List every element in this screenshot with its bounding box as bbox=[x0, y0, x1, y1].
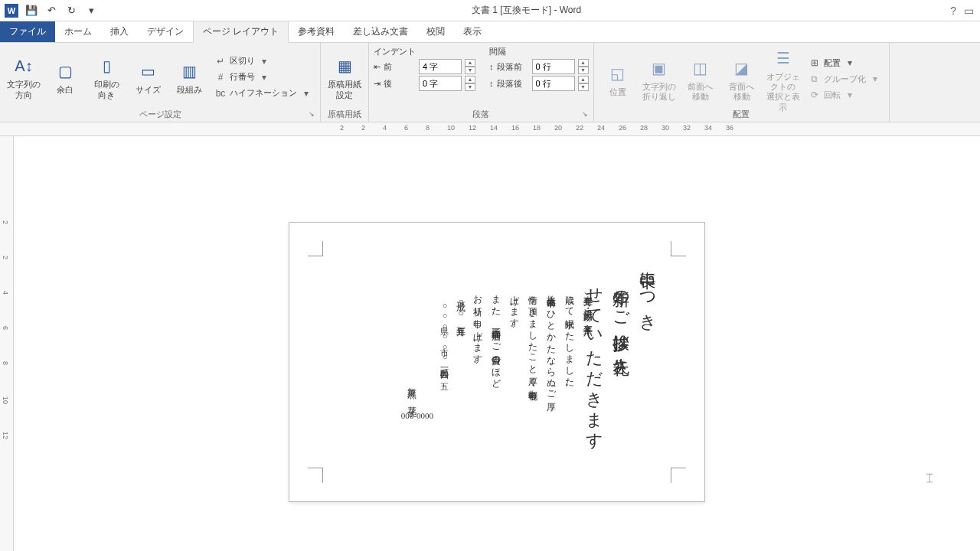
send-backward-icon: ◪ bbox=[730, 56, 754, 80]
ruler-v-tick: 4 bbox=[2, 291, 9, 295]
tab-design[interactable]: デザイン bbox=[138, 21, 193, 42]
ruler-h-tick: 34 bbox=[704, 124, 712, 132]
space-before-input[interactable] bbox=[532, 59, 575, 74]
space-before-down[interactable]: ▼ bbox=[578, 67, 589, 74]
ruler-h-tick: 36 bbox=[726, 124, 733, 132]
text-direction-button[interactable]: A↕ 文字列の 方向 bbox=[5, 46, 43, 108]
ruler-vertical[interactable]: 224681012 bbox=[0, 136, 14, 551]
indent-left-down[interactable]: ▼ bbox=[465, 67, 475, 74]
indent-right-up[interactable]: ▲ bbox=[465, 76, 475, 83]
wrap-text-button[interactable]: ▣ 文字列の 折り返し bbox=[640, 46, 678, 112]
qat-customize-icon[interactable]: ▾ bbox=[84, 4, 98, 18]
ruler-v-tick: 12 bbox=[2, 432, 9, 439]
indent-left-up[interactable]: ▲ bbox=[465, 59, 475, 67]
position-icon: ◱ bbox=[606, 61, 630, 86]
orientation-button[interactable]: ▯ 印刷の 向き bbox=[87, 46, 126, 108]
title-bar: W 💾 ↶ ↻ ▾ 文書 1 [互換モード] - Word ? ▭ bbox=[0, 0, 980, 21]
date-text[interactable]: 平成○○年五月 bbox=[454, 295, 467, 321]
manuscript-button[interactable]: ▦ 原稿用紙 設定 bbox=[325, 46, 364, 108]
bring-forward-button[interactable]: ◫ 前面へ 移動 bbox=[681, 46, 720, 112]
line-numbers-button[interactable]: #行番号▾ bbox=[211, 70, 315, 84]
breaks-button[interactable]: ↵区切り▾ bbox=[211, 54, 315, 68]
spacing-header: 間隔 bbox=[489, 46, 589, 57]
indent-left-icon: ⇤ bbox=[374, 62, 381, 72]
space-after-icon: ↕ bbox=[489, 79, 494, 88]
group-button[interactable]: ⧉グループ化▾ bbox=[805, 72, 884, 86]
selection-pane-icon: ☰ bbox=[771, 46, 795, 70]
ruler-v-tick: 10 bbox=[2, 396, 9, 404]
rotate-icon: ⟳ bbox=[808, 89, 821, 101]
ruler-h-tick: 30 bbox=[662, 124, 669, 132]
manuscript-icon: ▦ bbox=[332, 54, 357, 78]
rotate-button[interactable]: ⟳回転▾ bbox=[805, 88, 884, 102]
sender-name-text[interactable]: 舞黒 花子 bbox=[405, 380, 418, 405]
body-text[interactable]: 本年五月、祖父・太郎が享年八十八 歳にて永眠いたしました。 故人生前中にひとかた… bbox=[469, 289, 597, 396]
wrap-icon: ▣ bbox=[647, 56, 671, 80]
ruler-v-tick: 2 bbox=[2, 256, 9, 259]
crop-mark-tl bbox=[308, 241, 323, 256]
ribbon-tabs: ファイル ホーム 挿入 デザイン ページ レイアウト 参考資料 差し込み文書 校… bbox=[0, 21, 980, 43]
bring-forward-icon: ◫ bbox=[688, 56, 713, 80]
align-button[interactable]: ⊞配置▾ bbox=[805, 56, 884, 70]
ruler-h-tick: 8 bbox=[426, 124, 430, 132]
margins-button[interactable]: ▢ 余白 bbox=[46, 46, 84, 108]
group-label-arrange: 配置 bbox=[594, 109, 889, 120]
text-direction-icon: A↕ bbox=[11, 54, 36, 78]
ruler-h-tick: 22 bbox=[576, 124, 583, 132]
save-icon[interactable]: 💾 bbox=[24, 4, 38, 18]
position-button[interactable]: ◱ 位置 bbox=[599, 46, 637, 112]
page: 喪中につき 新年のご挨拶は失礼さ せていただきます 本年五月、祖父・太郎が享年八… bbox=[289, 222, 705, 502]
ruler-h-tick: 12 bbox=[469, 124, 476, 132]
address-text[interactable]: ○○県○○市○○町一二三四の五 bbox=[439, 301, 450, 377]
undo-icon[interactable]: ↶ bbox=[44, 4, 58, 18]
ruler-v-tick: 8 bbox=[2, 361, 9, 365]
hyphenation-button[interactable]: bcハイフネーション▾ bbox=[211, 86, 315, 100]
document-area[interactable]: 喪中につき 新年のご挨拶は失礼さ せていただきます 本年五月、祖父・太郎が享年八… bbox=[14, 136, 980, 551]
tab-review[interactable]: 校閲 bbox=[417, 21, 454, 42]
tab-insert[interactable]: 挿入 bbox=[101, 21, 138, 42]
help-icon[interactable]: ? bbox=[950, 5, 956, 17]
postal-text[interactable]: 000-0000 bbox=[401, 411, 433, 420]
ruler-horizontal[interactable]: 224681012141618202224262830323436 bbox=[0, 122, 980, 136]
tab-file[interactable]: ファイル bbox=[0, 21, 55, 42]
ruler-h-tick: 14 bbox=[490, 124, 498, 132]
indent-left-label: 前 bbox=[384, 61, 416, 73]
tab-view[interactable]: 表示 bbox=[454, 21, 491, 42]
space-after-down[interactable]: ▼ bbox=[578, 83, 589, 91]
redo-icon[interactable]: ↻ bbox=[64, 4, 78, 18]
indent-right-input[interactable] bbox=[419, 76, 462, 91]
group-label-paragraph: 段落 bbox=[369, 109, 593, 120]
group-label-page-setup: ページ設定 bbox=[0, 109, 320, 120]
send-backward-button[interactable]: ◪ 背面へ 移動 bbox=[723, 46, 761, 112]
tab-mailings[interactable]: 差し込み文書 bbox=[344, 21, 417, 42]
tab-page-layout[interactable]: ページ レイアウト bbox=[193, 21, 289, 43]
crop-mark-br bbox=[671, 468, 686, 483]
group-label-manuscript: 原稿用紙 bbox=[321, 109, 368, 120]
ruler-h-tick: 6 bbox=[404, 124, 408, 132]
space-after-input[interactable] bbox=[532, 76, 575, 91]
space-after-up[interactable]: ▲ bbox=[578, 76, 589, 83]
ruler-h-tick: 28 bbox=[640, 124, 648, 132]
selection-pane-button[interactable]: ☰ オブジェクトの 選択と表示 bbox=[764, 46, 802, 112]
tab-references[interactable]: 参考資料 bbox=[289, 21, 344, 42]
page-setup-launcher[interactable]: ↘ bbox=[309, 110, 318, 119]
group-manuscript: ▦ 原稿用紙 設定 原稿用紙 bbox=[321, 43, 369, 122]
ribbon: A↕ 文字列の 方向 ▢ 余白 ▯ 印刷の 向き ▭ サイズ ▥ 段組み ↵区切… bbox=[0, 43, 980, 122]
size-button[interactable]: ▭ サイズ bbox=[129, 46, 167, 108]
ruler-h-tick: 10 bbox=[447, 124, 455, 132]
ruler-h-tick: 16 bbox=[511, 124, 519, 132]
ruler-h-tick: 20 bbox=[554, 124, 562, 132]
indent-left-input[interactable] bbox=[419, 59, 462, 74]
indent-right-icon: ⇥ bbox=[374, 79, 381, 89]
columns-button[interactable]: ▥ 段組み bbox=[170, 46, 208, 108]
ribbon-options-icon[interactable]: ▭ bbox=[964, 5, 974, 17]
ruler-v-tick: 6 bbox=[2, 326, 9, 330]
ruler-h-tick: 18 bbox=[533, 124, 541, 132]
indent-right-down[interactable]: ▼ bbox=[465, 83, 475, 91]
quick-access-toolbar: W 💾 ↶ ↻ ▾ bbox=[0, 4, 103, 18]
crop-mark-tr bbox=[671, 241, 686, 256]
tab-home[interactable]: ホーム bbox=[55, 21, 101, 42]
space-before-up[interactable]: ▲ bbox=[578, 59, 589, 67]
indent-right-label: 後 bbox=[384, 78, 416, 90]
paragraph-launcher[interactable]: ↘ bbox=[582, 110, 591, 119]
